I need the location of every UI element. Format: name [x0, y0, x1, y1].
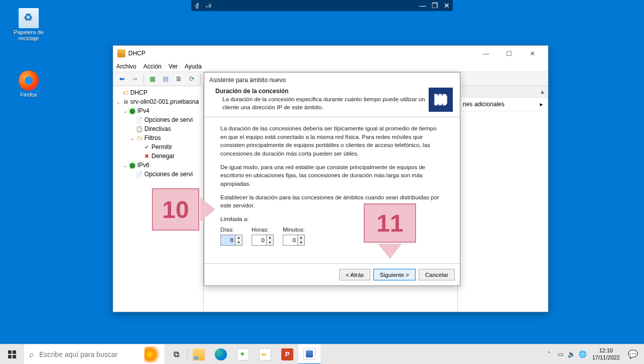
- next-button[interactable]: Siguiente >: [373, 269, 416, 280]
- wizard-subheading: La duración de la concesión especifica d…: [222, 96, 429, 111]
- hours-label: Horas:: [252, 226, 274, 234]
- tray-clock[interactable]: 12:10 17/11/2022: [588, 347, 624, 360]
- days-label: Días:: [220, 226, 243, 234]
- window-title: DHCP: [128, 50, 145, 57]
- tray-chevron-icon[interactable]: ˄: [544, 350, 555, 358]
- remote-close-button[interactable]: ✕: [441, 2, 453, 10]
- remote-minimize-button[interactable]: —: [417, 2, 429, 10]
- tree-ipv6[interactable]: ⌄⬤IPv6: [115, 161, 201, 170]
- days-input[interactable]: [221, 235, 235, 245]
- close-button[interactable]: ✕: [521, 46, 544, 61]
- tree-server[interactable]: ⌄🖥srv-olin02-001.pruebasna: [115, 97, 201, 106]
- tree-ipv4[interactable]: ⌄⬤IPv4: [115, 106, 201, 115]
- signal-icon: ₊ıl: [205, 3, 211, 9]
- firefox-icon[interactable]: Firefox: [11, 70, 46, 98]
- hours-up[interactable]: ▲: [267, 235, 273, 240]
- callout-11-arrow: [378, 244, 402, 259]
- wizard-title: Asistente para ámbito nuevo: [204, 72, 460, 88]
- minimize-button[interactable]: —: [474, 46, 498, 61]
- wizard-graphic-icon: [429, 88, 453, 112]
- tray-network-icon[interactable]: 🌐: [577, 350, 588, 358]
- windows-server-taskbar[interactable]: [232, 344, 254, 365]
- properties-button[interactable]: ▤: [160, 74, 171, 85]
- tree-server-options-v6[interactable]: 📄Opciones de servi: [115, 170, 201, 179]
- callout-10-arrow: [200, 197, 215, 222]
- menu-view[interactable]: Ver: [169, 63, 178, 70]
- tree-deny[interactable]: ✖Denegar: [115, 152, 201, 161]
- hours-spinner[interactable]: ▲▼: [252, 235, 274, 246]
- days-spinner[interactable]: ▲▼: [220, 235, 243, 246]
- dhcp-taskbar[interactable]: [298, 344, 320, 365]
- hours-input[interactable]: [252, 235, 266, 245]
- paint-taskbar[interactable]: [254, 344, 276, 365]
- menu-help[interactable]: Ayuda: [185, 63, 202, 70]
- powerpoint-taskbar[interactable]: P: [276, 344, 298, 365]
- menu-file[interactable]: Archivo: [116, 63, 136, 70]
- taskbar: ⌕ ⧉ P ˄ ▭ 🔉 🌐 12:10 17/11/2022 💬: [0, 344, 644, 364]
- minutes-spinner[interactable]: ▲▼: [283, 235, 305, 246]
- new-scope-wizard-dialog: Asistente para ámbito nuevo Duración de …: [204, 72, 460, 286]
- svg-rect-0: [8, 350, 12, 354]
- menubar: Archivo Acción Ver Ayuda: [113, 61, 548, 72]
- show-hide-button[interactable]: ▦: [147, 74, 158, 85]
- forward-button[interactable]: ➡: [129, 74, 140, 85]
- minutes-up[interactable]: ▲: [298, 235, 304, 240]
- svg-rect-1: [13, 350, 16, 354]
- days-down[interactable]: ▼: [235, 240, 242, 245]
- wizard-para-2: De igual modo, para una red estable que …: [220, 163, 444, 188]
- back-button[interactable]: ⬅: [116, 74, 127, 85]
- refresh-button[interactable]: ⟳: [186, 74, 197, 85]
- system-tray: ˄ ▭ 🔉 🌐 12:10 17/11/2022 💬: [544, 344, 644, 365]
- search-input[interactable]: [39, 350, 142, 358]
- tray-battery-icon[interactable]: ▭: [555, 350, 566, 358]
- actions-pane: ▴ nes adicionales▸: [457, 86, 548, 312]
- tree-root[interactable]: 🏷DHCP: [115, 88, 201, 97]
- recycle-bin-label: Papelera de reciclaje: [11, 29, 46, 41]
- wizard-para-1: La duración de las concesiones debería s…: [220, 124, 444, 158]
- svg-rect-3: [13, 355, 16, 358]
- tree-allow[interactable]: ✔Permitir: [115, 142, 201, 152]
- hours-down[interactable]: ▼: [267, 240, 273, 245]
- tree-filters[interactable]: ⌄🗀Filtros: [115, 133, 201, 142]
- svg-rect-2: [8, 355, 12, 358]
- minutes-down[interactable]: ▼: [298, 240, 304, 245]
- titlebar[interactable]: DHCP — ☐ ✕: [113, 46, 548, 61]
- firefox-label: Firefox: [11, 92, 46, 98]
- search-box[interactable]: ⌕: [24, 344, 165, 365]
- notifications-button[interactable]: 💬: [624, 349, 642, 359]
- maximize-button[interactable]: ☐: [498, 46, 521, 61]
- back-button[interactable]: < Atrás: [339, 269, 370, 280]
- wizard-heading: Duración de la concesión: [215, 88, 288, 95]
- file-explorer-taskbar[interactable]: [188, 344, 210, 365]
- task-view-button[interactable]: ⧉: [165, 344, 187, 365]
- recycle-bin-icon[interactable]: Papelera de reciclaje: [11, 8, 46, 41]
- export-button[interactable]: 🗎: [173, 74, 184, 85]
- days-up[interactable]: ▲: [235, 235, 242, 240]
- actions-header: ▴: [458, 86, 548, 98]
- actions-additional[interactable]: nes adicionales▸: [458, 98, 548, 111]
- start-button[interactable]: [0, 344, 24, 365]
- dhcp-window-icon: [117, 49, 125, 57]
- cancel-button[interactable]: Cancelar: [419, 269, 455, 280]
- tree-server-options[interactable]: 📄Opciones de servi: [115, 115, 201, 124]
- remote-restore-button[interactable]: ❐: [429, 2, 441, 10]
- menu-action[interactable]: Acción: [143, 63, 162, 70]
- tree-policies[interactable]: 📋Directivas: [115, 124, 201, 133]
- pin-icon[interactable]: ₫: [195, 3, 201, 9]
- callout-10: 10: [152, 188, 199, 231]
- edge-taskbar[interactable]: [210, 344, 232, 365]
- cortana-icon: [144, 346, 163, 362]
- minutes-input[interactable]: [283, 235, 297, 245]
- minutes-label: Minutos:: [283, 226, 305, 234]
- callout-11: 11: [364, 203, 416, 243]
- remote-connection-bar: ₫ ₊ıl — ❐ ✕: [191, 0, 453, 11]
- tray-volume-icon[interactable]: 🔉: [566, 350, 577, 358]
- search-icon: ⌕: [29, 350, 34, 359]
